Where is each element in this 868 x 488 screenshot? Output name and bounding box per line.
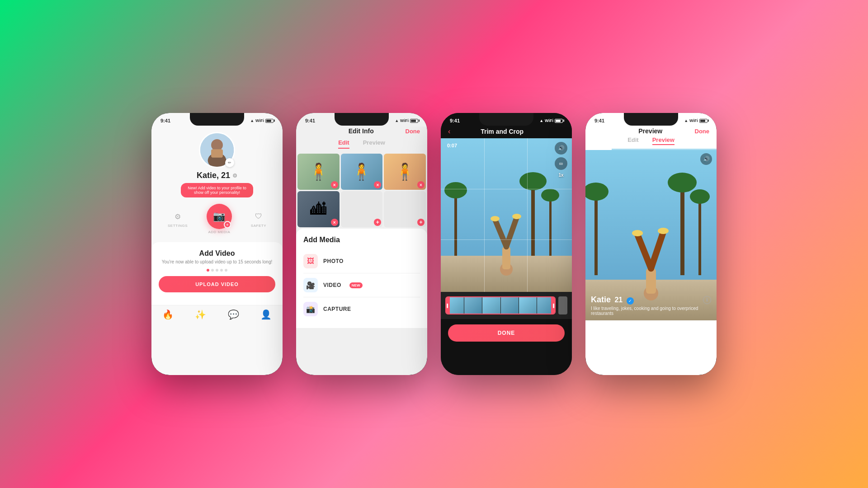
avatar-container: ✏ (199, 132, 235, 168)
edit-done-button[interactable]: Done (406, 128, 420, 135)
photo-grid: 🧍 × 🧍 × 🧍 × 🏙 × + (296, 152, 427, 229)
time-1: 9:41 (160, 118, 170, 123)
upload-video-button[interactable]: UPLOAD VIDEO (159, 276, 275, 292)
svg-rect-6 (454, 192, 457, 256)
settings-action[interactable]: ⚙ SETTINGS (168, 210, 188, 228)
photo-cell-2[interactable]: 🧍 × (341, 154, 383, 190)
svg-point-9 (519, 172, 547, 190)
svg-point-16 (491, 216, 500, 221)
frame-3 (482, 297, 500, 314)
svg-point-1 (211, 139, 223, 151)
video-option[interactable]: 🎥 VIDEO NEW (303, 273, 420, 297)
video-art (441, 138, 572, 292)
trim-crop-title: Trim and Crop (481, 128, 524, 135)
photo-icon: 🖼 (303, 254, 318, 268)
remove-photo-3[interactable]: × (417, 181, 425, 188)
loop-button[interactable]: ∞ (555, 157, 567, 170)
preview-header: Preview Done (585, 127, 717, 136)
battery-icon-3 (555, 119, 563, 123)
timeline-inner[interactable]: ▌ ▐ (445, 296, 556, 314)
nav-profile[interactable]: 👤 (258, 309, 274, 320)
svg-rect-20 (594, 194, 598, 275)
capture-icon: 📸 (303, 302, 318, 316)
phone-2: 9:41 ▲ WiFi Edit Info Done Edit Preview … (296, 113, 427, 375)
timeline-handle-left[interactable]: ▌ (446, 297, 450, 314)
add-media-title: Add Media (303, 236, 420, 244)
capture-label: CAPTURE (323, 306, 351, 312)
preview-done-button[interactable]: Done (695, 128, 710, 135)
svg-point-23 (668, 173, 697, 192)
tab-preview[interactable]: Preview (363, 139, 385, 149)
preview-volume-button[interactable]: 🔊 (700, 153, 712, 165)
preview-user-row: Katie 21 ✓ ℹ (591, 295, 711, 305)
photo-option[interactable]: 🖼 PHOTO (303, 249, 420, 273)
new-badge: NEW (349, 282, 363, 288)
nav-boost[interactable]: ✨ (193, 309, 209, 320)
done-btn-area: DONE (441, 319, 572, 347)
volume-button[interactable]: 🔊 (555, 142, 567, 155)
status-bar-3: 9:41 ▲ WiFi (441, 113, 572, 127)
phone-4-screen: 9:41 ▲ WiFi Preview Done Edit Preview (585, 113, 717, 375)
add-photo-2[interactable]: + (417, 219, 425, 226)
done-button[interactable]: DONE (448, 324, 565, 342)
timeline-handle-right[interactable]: ▐ (551, 297, 555, 314)
phone-1-screen: 9:41 ▲ WiFi (151, 113, 283, 375)
preview-progress-fill (585, 149, 612, 150)
back-button[interactable]: ‹ (448, 127, 450, 136)
photo-cell-1[interactable]: 🧍 × (297, 154, 340, 190)
video-preview-area: 0:07 🔊 ∞ 1x (441, 138, 572, 292)
preview-tabs: Edit Preview (585, 136, 717, 149)
photo-cell-add-2[interactable]: + (384, 191, 426, 227)
svg-point-7 (444, 182, 467, 198)
preview-video-area: 🔊 Katie 21 ✓ ℹ I like traveling, jokes, … (585, 149, 717, 320)
remove-photo-1[interactable]: × (331, 181, 338, 188)
add-video-bubble: New! Add video to your profile to show o… (181, 183, 253, 197)
time-2: 9:41 (305, 118, 315, 123)
svg-rect-27 (646, 268, 656, 294)
svg-point-17 (512, 214, 521, 219)
extra-frames (558, 296, 567, 314)
speed-label[interactable]: 1x (558, 173, 563, 178)
add-media-action[interactable]: 📷 + ADD MEDIA (207, 204, 232, 234)
profile-header: ✏ Katie, 21 ⚙ New! Add video to your pro… (151, 127, 283, 242)
video-icon: 🎥 (303, 278, 318, 292)
phone-4: 9:41 ▲ WiFi Preview Done Edit Preview (585, 113, 717, 375)
frame-4 (501, 297, 519, 314)
svg-rect-8 (531, 183, 535, 256)
avatar-edit-button[interactable]: ✏ (225, 158, 234, 167)
add-media-button[interactable]: 📷 + (207, 204, 232, 229)
phone-3: 9:41 ▲ WiFi ‹ Trim and Crop (441, 113, 572, 375)
gear-icon: ⚙ (171, 210, 184, 223)
photo-cell-add-1[interactable]: + (341, 191, 383, 227)
preview-bio: I like traveling, jokes, cooking and goi… (591, 306, 711, 316)
frame-5 (519, 297, 537, 314)
nav-like[interactable]: 🔥 (160, 309, 176, 320)
svg-rect-3 (211, 149, 223, 158)
trim-header: ‹ Trim and Crop (441, 127, 572, 138)
info-button[interactable]: ℹ (703, 296, 711, 304)
photo-cell-3[interactable]: 🧍 × (384, 154, 426, 190)
tab-edit[interactable]: Edit (338, 139, 349, 149)
timeline-strip: ▌ ▐ (441, 292, 572, 319)
battery-icon-1 (265, 119, 274, 123)
safety-action[interactable]: 🛡 SAFETY (251, 210, 266, 228)
preview-verify-icon: ✓ (627, 297, 634, 305)
preview-overlay: Katie 21 ✓ ℹ I like traveling, jokes, co… (591, 295, 711, 316)
edit-header: Edit Info Done (296, 127, 427, 137)
photo-cell-4[interactable]: 🏙 × (297, 191, 340, 227)
svg-point-25 (690, 189, 710, 204)
preview-title: Preview (638, 127, 662, 135)
status-icons-4: ▲ WiFi (684, 118, 708, 123)
remove-photo-4[interactable]: × (331, 219, 338, 226)
video-preview-bg (441, 138, 572, 292)
dot-2 (211, 269, 214, 272)
time-3: 9:41 (450, 118, 460, 123)
tab-edit-preview[interactable]: Edit (627, 136, 639, 145)
capture-option[interactable]: 📸 CAPTURE (303, 297, 420, 321)
svg-rect-10 (549, 197, 552, 256)
add-photo-1[interactable]: + (374, 219, 381, 226)
tab-preview-active[interactable]: Preview (652, 136, 675, 145)
preview-progress-bar[interactable] (585, 149, 717, 150)
plus-icon: + (224, 221, 231, 228)
nav-matches[interactable]: 💬 (225, 309, 241, 320)
